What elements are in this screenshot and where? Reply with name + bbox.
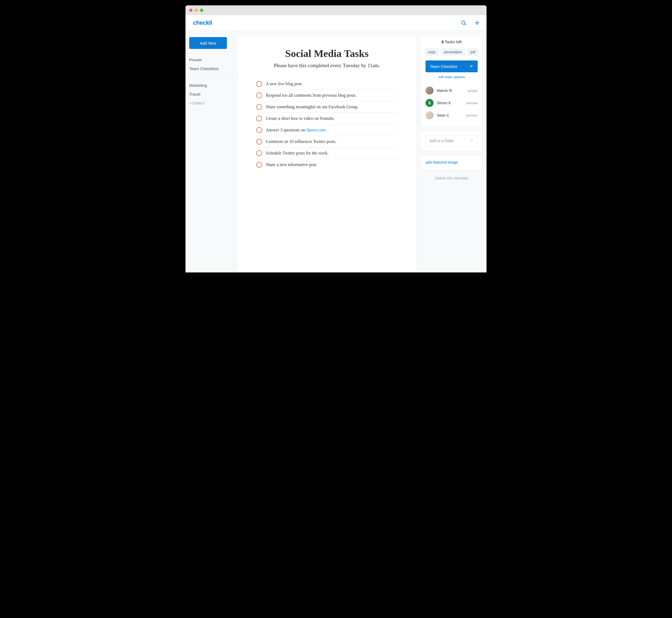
- member-action[interactable]: assign: [467, 89, 478, 93]
- sidebar-item[interactable]: Team Checklists: [189, 64, 229, 73]
- topbar-actions: [461, 20, 480, 26]
- add-to-folder-select[interactable]: Add to a folder: [425, 135, 478, 146]
- task-checkbox[interactable]: [256, 92, 262, 98]
- task-list: A new live blog post.Respond too all com…: [256, 78, 398, 170]
- action-pill[interactable]: pdf: [467, 48, 478, 56]
- window-close-dot[interactable]: [189, 9, 192, 12]
- team-dd-label: Team Checklist: [430, 64, 457, 69]
- page-title: Social Media Tasks: [256, 47, 398, 60]
- action-pill[interactable]: personalize: [441, 48, 465, 56]
- task-row: Answer 3 questions on Quora.com.: [256, 124, 398, 136]
- task-text: A new live blog post.: [266, 81, 302, 86]
- pill-row: copypersonalizepdf: [425, 48, 478, 56]
- right-column: 8 Tasks left copypersonalizepdf Team Che…: [420, 31, 487, 273]
- task-row: Share a new informative post.: [256, 159, 398, 170]
- tasks-left-label: 8 Tasks left: [425, 39, 478, 44]
- app-window: checkli Add New PrivateTeam Checklists M…: [185, 5, 487, 273]
- search-icon[interactable]: [461, 20, 467, 26]
- task-checkbox[interactable]: [256, 162, 262, 168]
- team-checklist-dropdown[interactable]: Team Checklist: [425, 61, 478, 72]
- task-row: Respond too all comments from previous b…: [256, 90, 398, 101]
- task-checkbox[interactable]: [256, 139, 262, 144]
- task-text: Schedule Twitter posts for the week.: [266, 151, 328, 156]
- member-name: Sean C: [437, 113, 463, 117]
- avatar[interactable]: [425, 87, 434, 95]
- task-link[interactable]: Quora.com: [306, 128, 325, 132]
- task-row: Schedule Twitter posts for the week.: [256, 147, 398, 159]
- add-folder-link[interactable]: + folders: [189, 99, 229, 107]
- member-action[interactable]: remove: [466, 113, 478, 117]
- page-subtitle: Please have this completed every Tuesday…: [256, 63, 398, 69]
- member-name: Marvin R: [437, 88, 464, 93]
- window-maximize-dot[interactable]: [200, 9, 203, 12]
- sidebar-item[interactable]: Travel: [189, 90, 229, 99]
- member-row: Sean Cremove: [425, 109, 478, 121]
- member-row: Marvin Rassign: [425, 84, 478, 97]
- task-checkbox[interactable]: [256, 150, 262, 156]
- featured-image-card: add featured image: [420, 155, 483, 170]
- task-text: Respond too all comments from previous b…: [266, 93, 357, 98]
- action-pill[interactable]: copy: [425, 48, 439, 56]
- task-text: Share something meaningful on our Facebo…: [266, 105, 358, 109]
- task-text: Answer 3 questions on Quora.com.: [266, 128, 326, 132]
- plus-icon[interactable]: [474, 20, 480, 26]
- sidebar-item[interactable]: Private: [189, 56, 229, 64]
- task-text: Create a short how to video on Youtube.: [266, 116, 335, 121]
- window-titlebar: [185, 5, 487, 15]
- window-minimize-dot[interactable]: [195, 9, 198, 12]
- avatar[interactable]: S: [425, 99, 434, 107]
- tasks-left-text: Tasks left: [445, 39, 462, 44]
- task-row: A new live blog post.: [256, 78, 398, 90]
- add-new-button[interactable]: Add New: [189, 37, 227, 49]
- member-row: SSimon Kremove: [425, 97, 478, 109]
- task-text: Comment on 10 influencer Twitter posts.: [266, 139, 337, 144]
- folder-card: Add to a folder: [420, 130, 483, 151]
- task-text: Share a new informative post.: [266, 162, 317, 167]
- add-featured-image-link[interactable]: add featured image: [425, 160, 478, 165]
- task-row: Comment on 10 influencer Twitter posts.: [256, 136, 398, 147]
- tasks-card: 8 Tasks left copypersonalizepdf Team Che…: [420, 34, 483, 126]
- task-checkbox[interactable]: [256, 127, 262, 133]
- brand-logo[interactable]: checkli: [193, 19, 212, 26]
- task-row: Share something meaningful on our Facebo…: [256, 101, 398, 113]
- layout: Add New PrivateTeam Checklists Marketing…: [185, 31, 487, 273]
- delete-checklist-link[interactable]: Delete this checklist: [420, 173, 483, 183]
- task-checkbox[interactable]: [256, 115, 262, 121]
- main-panel: Social Media Tasks Please have this comp…: [237, 34, 417, 273]
- chevron-down-icon: [469, 64, 473, 69]
- svg-line-1: [465, 24, 466, 25]
- task-checkbox[interactable]: [256, 81, 262, 87]
- folder-placeholder: Add to a folder: [429, 139, 454, 143]
- tasks-left-count: 8: [442, 39, 444, 44]
- task-checkbox[interactable]: [256, 104, 262, 110]
- sidebar-divider: [185, 77, 233, 77]
- avatar[interactable]: [425, 111, 434, 119]
- task-row: Create a short how to video on Youtube.: [256, 113, 398, 124]
- members-list: Marvin RassignSSimon KremoveSean Cremove: [425, 84, 478, 121]
- edit-team-link[interactable]: edit team options: [425, 75, 478, 79]
- sidebar-item[interactable]: Marketing: [189, 81, 229, 90]
- top-bar: checkli: [185, 15, 487, 31]
- member-action[interactable]: remove: [466, 101, 478, 105]
- chevron-down-icon: [470, 139, 474, 143]
- sidebar: Add New PrivateTeam Checklists Marketing…: [185, 31, 233, 273]
- member-name: Simon K: [437, 101, 463, 105]
